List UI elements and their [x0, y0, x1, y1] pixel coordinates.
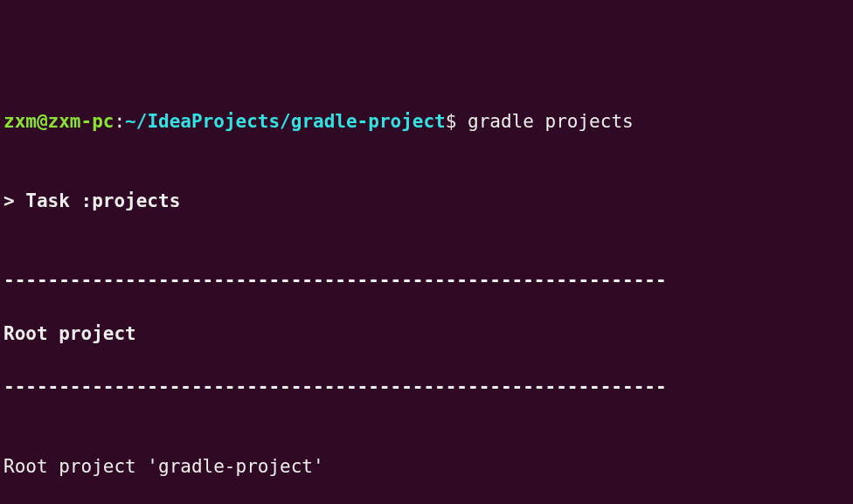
task-header: > Task :projects [3, 188, 850, 214]
prompt-line: zxm@zxm-pc:~/IdeaProjects/gradle-project… [3, 108, 850, 135]
divider-bottom: ----------------------------------------… [3, 374, 850, 400]
command-text: gradle projects [468, 111, 634, 132]
terminal-output[interactable]: zxm@zxm-pc:~/IdeaProjects/gradle-project… [3, 108, 850, 504]
divider-top: ----------------------------------------… [3, 267, 850, 293]
root-project-title: Root project [3, 321, 850, 347]
prompt-path: ~/IdeaProjects/gradle-project [125, 111, 446, 132]
prompt-user-host: zxm@zxm-pc [3, 111, 114, 132]
prompt-sep1: : [114, 111, 125, 132]
prompt-sep2: $ [446, 111, 468, 132]
tree-root: Root project 'gradle-project' [3, 453, 850, 480]
